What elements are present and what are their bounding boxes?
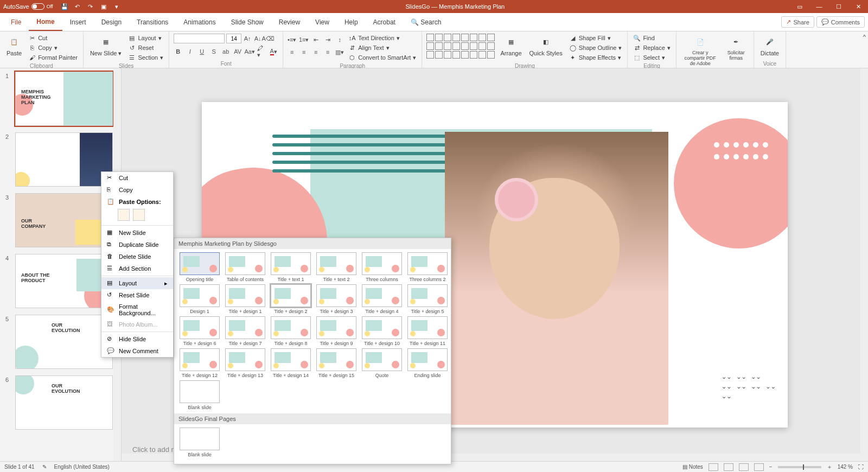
shapes-gallery[interactable]	[426, 34, 495, 59]
find-button[interactable]: 🔍Find	[632, 34, 671, 42]
layout-option[interactable]: Title + design 14	[270, 348, 312, 378]
shape-fill-button[interactable]: ◢Shape Fill ▾	[568, 34, 623, 42]
tab-slideshow[interactable]: Slide Show	[224, 14, 271, 30]
align-center-icon[interactable]: ≡	[299, 48, 308, 56]
thumbnail-slide-4[interactable]: ABOUT THE PRODUCT	[15, 254, 113, 308]
align-right-icon[interactable]: ≡	[311, 48, 320, 56]
bullets-icon[interactable]: •≡▾	[288, 35, 296, 44]
close-icon[interactable]: ✕	[848, 0, 868, 13]
ribbon-display-icon[interactable]: ▭	[790, 0, 809, 13]
text-direction-button[interactable]: ↕AText Direction ▾	[347, 34, 417, 42]
quick-access-more-icon[interactable]: ▾	[113, 3, 120, 10]
font-family-input[interactable]	[174, 34, 225, 43]
layout-option[interactable]: Title + design 9	[315, 316, 358, 346]
create-share-pdf-button[interactable]: 📄Crear y compartir PDF de Adobe	[681, 34, 720, 67]
numbering-icon[interactable]: 1≡▾	[299, 35, 308, 44]
font-size-input[interactable]	[226, 34, 241, 43]
section-button[interactable]: ☰Section ▾	[127, 53, 164, 62]
ctx-hide-slide[interactable]: ⊘Hide Slide	[101, 333, 173, 345]
thumbnail-slide-2[interactable]	[15, 132, 113, 187]
tab-review[interactable]: Review	[271, 14, 308, 30]
layout-option[interactable]: Ending slide	[406, 348, 449, 378]
layout-option[interactable]: Title + design 8	[270, 316, 312, 346]
sorter-view-icon[interactable]	[724, 463, 733, 471]
paste-button[interactable]: 📋 Paste	[4, 34, 24, 58]
minimize-icon[interactable]: —	[809, 0, 829, 13]
columns-icon[interactable]: ▥▾	[335, 48, 344, 56]
collapse-ribbon-icon[interactable]: ^	[861, 31, 868, 68]
thumbnail-slide-3[interactable]: OUR COMPANY	[15, 193, 113, 247]
layout-option[interactable]: Blank slide	[178, 380, 221, 410]
decrease-indent-icon[interactable]: ⇤	[311, 35, 320, 44]
layout-option[interactable]: Title + design 2	[270, 284, 312, 314]
format-painter-button[interactable]: 🖌Format Painter	[27, 53, 79, 62]
tab-design[interactable]: Design	[94, 14, 129, 30]
ctx-add-section[interactable]: ☰Add Section	[101, 263, 173, 275]
replace-button[interactable]: ⇄Replace ▾	[632, 43, 671, 52]
tab-view[interactable]: View	[308, 14, 337, 30]
tab-home[interactable]: Home	[29, 14, 62, 31]
strike-icon[interactable]: S	[209, 47, 218, 56]
convert-smartart-button[interactable]: ⬡Convert to SmartArt ▾	[347, 53, 417, 62]
arrange-button[interactable]: ▦Arrange	[498, 34, 524, 58]
tab-file[interactable]: File	[3, 14, 29, 30]
thumbnail-slide-1[interactable]: MEMPHIS MARKETING PLAN	[15, 72, 113, 126]
ctx-format-background[interactable]: 🎨Format Background...	[101, 301, 173, 318]
layout-option[interactable]: Title + design 5	[406, 284, 449, 314]
zoom-slider[interactable]	[778, 466, 821, 468]
layout-option[interactable]: Three columns 2	[406, 252, 449, 282]
copy-button[interactable]: ⎘Copy ▾	[27, 43, 79, 52]
underline-icon[interactable]: U	[197, 47, 206, 56]
tab-search[interactable]: 🔍 Search	[403, 14, 449, 30]
spellcheck-icon[interactable]: ✎	[42, 464, 47, 470]
layout-option[interactable]: Title + design 3	[315, 284, 358, 314]
layout-option[interactable]: Table of contents	[224, 252, 266, 282]
shape-effects-button[interactable]: ✦Shape Effects ▾	[568, 53, 623, 62]
layout-option[interactable]: Blank slide	[178, 428, 221, 457]
tab-acrobat[interactable]: Acrobat	[366, 14, 403, 30]
layout-option[interactable]: Quote	[361, 348, 403, 378]
comments-button[interactable]: 💬Comments	[816, 16, 865, 28]
tab-animations[interactable]: Animations	[176, 14, 223, 30]
ctx-new-comment[interactable]: 💬New Comment	[101, 345, 173, 357]
zoom-level[interactable]: 142 %	[838, 464, 853, 470]
fit-to-window-icon[interactable]: ⛶	[858, 464, 864, 470]
layout-option[interactable]: Title + design 6	[178, 316, 221, 346]
shape-outline-button[interactable]: ◯Shape Outline ▾	[568, 43, 623, 52]
increase-size-icon[interactable]: A↑	[243, 34, 252, 43]
paste-keep-source-button[interactable]	[118, 209, 130, 221]
change-case-icon[interactable]: Aa▾	[245, 47, 254, 56]
ctx-reset-slide[interactable]: ↺Reset Slide	[101, 289, 173, 301]
reading-view-icon[interactable]	[739, 463, 749, 471]
save-icon[interactable]: 💾	[61, 3, 68, 10]
italic-icon[interactable]: I	[186, 47, 194, 56]
tab-insert[interactable]: Insert	[62, 14, 94, 30]
bold-icon[interactable]: B	[174, 47, 182, 56]
highlight-icon[interactable]: 🖍▾	[257, 47, 266, 56]
maximize-icon[interactable]: ☐	[829, 0, 848, 13]
line-spacing-icon[interactable]: ↕	[335, 35, 344, 44]
normal-view-icon[interactable]	[709, 463, 718, 471]
tab-transitions[interactable]: Transitions	[129, 14, 176, 30]
ctx-new-slide[interactable]: ▦New Slide	[101, 227, 173, 239]
undo-icon[interactable]: ↶	[74, 3, 81, 10]
language-button[interactable]: English (United States)	[54, 464, 110, 470]
layout-option[interactable]: Title + design 11	[406, 316, 449, 346]
layout-option[interactable]: Title + design 13	[224, 348, 266, 378]
char-spacing-icon[interactable]: AV	[233, 47, 242, 56]
layout-option[interactable]: Three columns	[361, 252, 403, 282]
decrease-size-icon[interactable]: A↓	[253, 34, 262, 43]
layout-option[interactable]: Title + design 15	[315, 348, 358, 378]
toggle-switch-icon[interactable]	[31, 3, 44, 10]
thumbnail-slide-6[interactable]: OUR EVOLUTION	[15, 375, 113, 430]
reset-button[interactable]: ↺Reset	[127, 43, 164, 52]
zoom-in-icon[interactable]: ＋	[827, 463, 832, 471]
ctx-delete-slide[interactable]: 🗑Delete Slide	[101, 251, 173, 263]
layout-option[interactable]: Title + design 10	[361, 316, 403, 346]
layout-option[interactable]: Design 1	[178, 284, 221, 314]
font-color-icon[interactable]: A▾	[269, 47, 278, 56]
select-button[interactable]: ⬚Select ▾	[632, 53, 671, 62]
align-left-icon[interactable]: ≡	[288, 48, 296, 56]
layout-option[interactable]: Title + text 1	[270, 252, 312, 282]
paste-picture-button[interactable]	[133, 209, 145, 221]
